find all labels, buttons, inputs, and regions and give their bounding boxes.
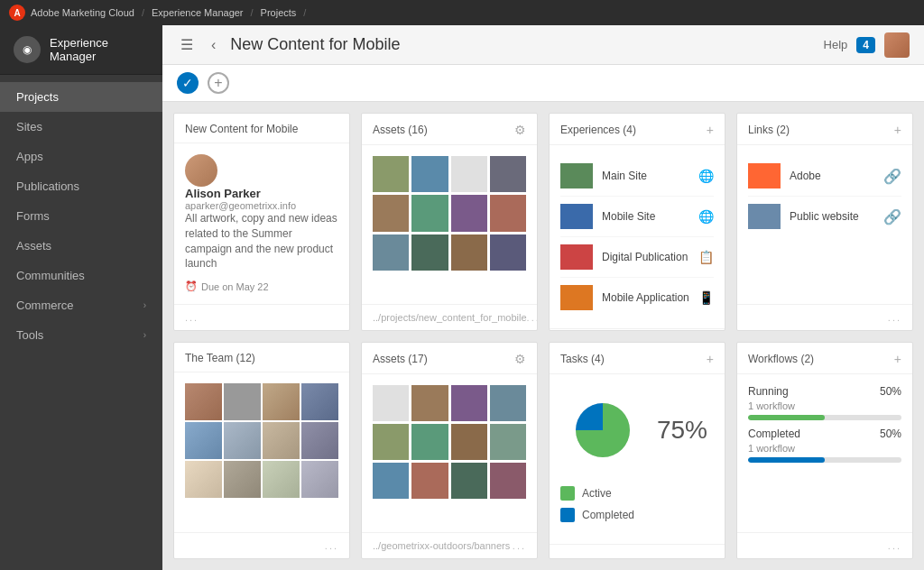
experience-item[interactable]: Digital Publication 📋 <box>560 237 714 278</box>
team-card: The Team (12) <box>173 342 350 560</box>
user-avatar[interactable] <box>884 32 910 58</box>
chevron-right-icon: › <box>143 330 146 340</box>
team-member[interactable] <box>185 422 222 459</box>
asset-thumb[interactable] <box>490 195 526 231</box>
team-member[interactable] <box>301 422 338 459</box>
sidebar-item-assets[interactable]: Assets <box>0 231 162 261</box>
more-options-button[interactable]: ... <box>185 312 199 323</box>
sidebar-item-label-commerce: Commerce <box>16 299 74 312</box>
workflows-card: Workflows (2) + Running 50% 1 workflow <box>736 342 913 560</box>
select-button[interactable]: ✓ <box>177 72 199 94</box>
more-options-button[interactable]: ... <box>325 540 338 551</box>
asset-thumb[interactable] <box>490 385 526 421</box>
workflow-header: Completed 50% <box>748 428 901 440</box>
experience-name: Mobile Application <box>602 291 689 304</box>
asset-thumb[interactable] <box>373 234 409 271</box>
active-dot <box>560 486 575 501</box>
back-button[interactable]: ‹ <box>208 33 219 57</box>
sidebar-item-label-forms: Forms <box>16 209 50 223</box>
team-member[interactable] <box>301 461 338 498</box>
workflow-bar-running <box>748 415 825 420</box>
team-member[interactable] <box>224 461 261 498</box>
sidebar-item-tools[interactable]: Tools › <box>0 320 162 350</box>
experience-item[interactable]: Mobile Application 📱 <box>560 278 714 317</box>
team-member[interactable] <box>301 383 338 420</box>
assets1-card-body <box>362 145 537 304</box>
team-member[interactable] <box>263 422 300 459</box>
chevron-right-icon: › <box>143 300 146 310</box>
notification-badge[interactable]: 4 <box>856 37 875 53</box>
more-options-button[interactable]: ... <box>700 552 714 560</box>
asset-thumb[interactable] <box>490 424 526 460</box>
sidebar-item-publications[interactable]: Publications <box>0 171 162 201</box>
more-options-button[interactable]: ... <box>888 540 901 551</box>
experience-item[interactable]: Mobile Site 🌐 <box>560 197 714 237</box>
asset-thumb[interactable] <box>451 156 487 192</box>
asset-thumb[interactable] <box>411 463 448 499</box>
nav-projects[interactable]: Projects <box>261 7 297 18</box>
more-options-button[interactable]: ... <box>513 540 526 551</box>
asset-thumb[interactable] <box>373 424 409 460</box>
asset-thumb[interactable] <box>411 424 448 460</box>
legend-label-active: Active <box>582 487 612 500</box>
legend-item-completed: Completed <box>560 504 714 526</box>
assets-grid <box>373 385 526 500</box>
asset-thumb[interactable] <box>373 156 409 192</box>
globe-icon: 🌐 <box>698 169 714 183</box>
sidebar-item-communities[interactable]: Communities <box>0 261 162 290</box>
team-member[interactable] <box>263 383 300 420</box>
add-button[interactable]: + <box>208 72 229 94</box>
asset-thumb[interactable] <box>490 156 526 192</box>
asset-thumb[interactable] <box>411 156 448 192</box>
help-link[interactable]: Help <box>824 38 848 51</box>
asset-thumb[interactable] <box>490 463 526 499</box>
more-options-button[interactable]: ... <box>527 312 538 323</box>
sidebar-item-sites[interactable]: Sites <box>0 112 162 142</box>
asset-thumb[interactable] <box>373 463 409 499</box>
assets2-card-footer: ../geometrixx-outdoors/banners ... <box>362 532 537 558</box>
experience-name: Mobile Site <box>602 210 689 223</box>
asset-thumb[interactable] <box>411 234 448 271</box>
team-member[interactable] <box>224 383 261 420</box>
nav-experience-manager[interactable]: Experience Manager <box>152 7 244 18</box>
team-member[interactable] <box>224 422 261 459</box>
asset-thumb[interactable] <box>373 195 409 231</box>
settings-icon[interactable]: ⚙ <box>514 123 526 137</box>
more-options-button[interactable]: ... <box>888 312 901 323</box>
add-task-icon[interactable]: + <box>707 352 714 366</box>
assets1-card: Assets (16) ⚙ <box>361 113 538 331</box>
add-workflow-icon[interactable]: + <box>894 352 901 366</box>
team-member[interactable] <box>185 383 222 420</box>
asset-thumb[interactable] <box>411 385 448 421</box>
sidebar-item-commerce[interactable]: Commerce › <box>0 290 162 320</box>
settings-icon[interactable]: ⚙ <box>514 352 526 366</box>
add-link-icon[interactable]: + <box>894 123 901 137</box>
asset-thumb[interactable] <box>411 195 448 231</box>
asset-thumb[interactable] <box>451 385 487 421</box>
asset-thumb[interactable] <box>451 234 487 271</box>
asset-thumb[interactable] <box>490 234 526 271</box>
experience-thumb <box>560 244 593 270</box>
asset-thumb[interactable] <box>451 463 487 499</box>
experience-name: Digital Publication <box>602 251 689 263</box>
asset-thumb[interactable] <box>451 195 487 231</box>
workflows-card-header: Workflows (2) + <box>737 343 912 374</box>
link-item[interactable]: Public website 🔗 <box>748 197 901 236</box>
team-member[interactable] <box>185 461 222 498</box>
workflow-sub: 1 workflow <box>748 400 901 411</box>
asset-thumb[interactable] <box>373 385 409 421</box>
sidebar-item-forms[interactable]: Forms <box>0 201 162 231</box>
hamburger-button[interactable]: ☰ <box>177 32 197 57</box>
asset-thumb[interactable] <box>451 424 487 460</box>
sidebar-item-apps[interactable]: Apps <box>0 142 162 171</box>
project-card-body: Alison Parker aparker@geometrixx.info Al… <box>174 143 349 304</box>
assets2-path: ../geometrixx-outdoors/banners <box>373 540 510 551</box>
project-card-header: New Content for Mobile <box>174 114 349 143</box>
add-experience-icon[interactable]: + <box>707 123 714 137</box>
sidebar-item-projects[interactable]: Projects <box>0 82 162 112</box>
experience-item[interactable]: Main Site 🌐 <box>560 156 714 197</box>
link-item[interactable]: Adobe 🔗 <box>748 156 901 197</box>
team-member[interactable] <box>263 461 300 498</box>
links-card-body: Adobe 🔗 Public website 🔗 <box>737 145 912 304</box>
user-details: Alison Parker aparker@geometrixx.info <box>185 187 338 211</box>
